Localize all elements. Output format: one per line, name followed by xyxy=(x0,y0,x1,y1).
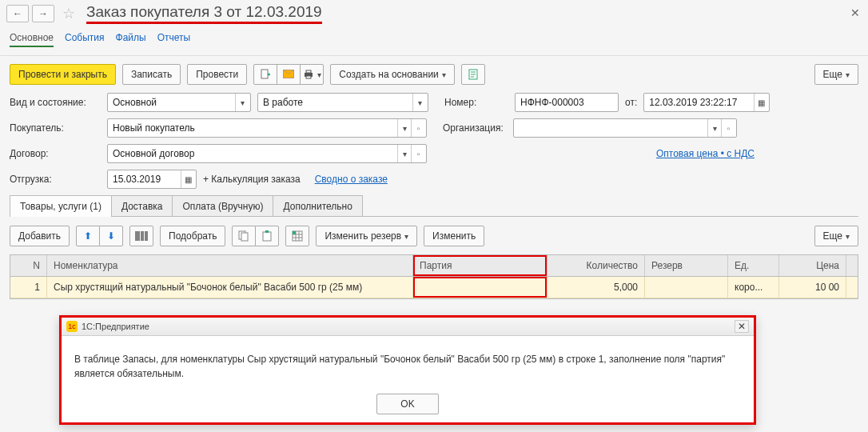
open-icon[interactable]: ▫ xyxy=(721,119,735,137)
back-button[interactable]: ← xyxy=(6,5,29,22)
price-type-link[interactable]: Оптовая цена • с НДС xyxy=(656,148,755,159)
navtab-main[interactable]: Основное xyxy=(10,32,54,47)
calc-label: + Калькуляция заказа xyxy=(203,174,301,185)
chevron-down-icon[interactable]: ▾ xyxy=(412,94,427,111)
navtab-files[interactable]: Файлы xyxy=(116,32,146,47)
navtab-reports[interactable]: Отчеты xyxy=(157,32,190,47)
open-icon[interactable]: ▫ xyxy=(411,119,425,137)
dialog-close-button[interactable]: ✕ xyxy=(735,320,749,333)
file-plus-icon xyxy=(260,69,271,80)
document-icon xyxy=(468,69,478,80)
dialog-message: В таблице Запасы, для номенклатуры Сыр х… xyxy=(62,336,754,389)
col-price[interactable]: Цена xyxy=(779,255,846,276)
table-more-label: Еще xyxy=(823,230,842,242)
post-and-close-button[interactable]: Провести и закрыть xyxy=(10,64,116,85)
date-value: 12.03.2019 23:22:17 xyxy=(649,97,751,108)
state-select[interactable]: В работе ▾ xyxy=(257,93,428,112)
contract-select[interactable]: Основной договор ▾ ▫ xyxy=(107,144,427,163)
cell-batch[interactable] xyxy=(413,277,547,298)
chevron-down-icon: ▾ xyxy=(442,70,446,79)
save-button[interactable]: Записать xyxy=(122,64,181,85)
svg-rect-9 xyxy=(265,230,269,233)
chevron-down-icon: ▾ xyxy=(404,232,408,241)
attach-file-button[interactable] xyxy=(253,64,277,85)
chevron-down-icon: ▾ xyxy=(317,70,321,79)
paste-button[interactable] xyxy=(255,226,279,246)
tab-payment[interactable]: Оплата (Вручную) xyxy=(172,195,273,217)
summary-link[interactable]: Сводно о заказе xyxy=(315,174,388,185)
cell-n[interactable]: 1 xyxy=(10,277,47,298)
dialog-ok-button[interactable]: OK xyxy=(376,394,439,414)
move-up-button[interactable]: ⬆ xyxy=(76,226,100,246)
favorite-star-icon[interactable]: ☆ xyxy=(61,6,77,22)
pick-button[interactable]: Подобрать xyxy=(160,226,225,246)
tab-goods[interactable]: Товары, услуги (1) xyxy=(10,195,112,217)
email-button[interactable] xyxy=(277,64,301,85)
barcode-button[interactable] xyxy=(129,226,153,246)
ship-date-value: 15.03.2019 xyxy=(113,174,177,185)
grid-icon xyxy=(292,230,303,242)
copy-button[interactable] xyxy=(232,226,256,246)
svg-rect-4 xyxy=(306,76,311,78)
close-icon[interactable]: ✕ xyxy=(850,6,860,19)
calendar-icon[interactable]: ▦ xyxy=(181,170,195,188)
table-row[interactable]: 1 Сыр хрустящий натуральный "Бочонок бел… xyxy=(10,277,858,298)
cell-nomenclature[interactable]: Сыр хрустящий натуральный "Бочонок белый… xyxy=(47,277,413,298)
date-field[interactable]: 12.03.2019 23:22:17 ▦ xyxy=(643,93,770,112)
col-batch[interactable]: Партия xyxy=(413,255,547,276)
state-value: В работе xyxy=(263,97,409,108)
chevron-down-icon: ▾ xyxy=(846,70,850,79)
number-value: НФНФ-000003 xyxy=(520,97,584,108)
org-select[interactable]: ▾ ▫ xyxy=(513,118,737,138)
goods-table: N Номенклатура Партия Количество Резерв … xyxy=(10,254,858,299)
ship-label: Отгрузка: xyxy=(10,174,101,185)
tab-delivery[interactable]: Доставка xyxy=(111,195,173,217)
chevron-down-icon[interactable]: ▾ xyxy=(397,119,412,137)
svg-rect-3 xyxy=(306,70,311,73)
from-label: от: xyxy=(625,97,637,108)
col-reserve[interactable]: Резерв xyxy=(645,255,728,276)
number-field[interactable]: НФНФ-000003 xyxy=(515,93,619,112)
ship-date-field[interactable]: 15.03.2019 ▦ xyxy=(107,170,197,189)
warning-dialog: 1c 1С:Предприятие ✕ В таблице Запасы, дл… xyxy=(59,315,756,425)
col-quantity[interactable]: Количество xyxy=(547,255,645,276)
change-button[interactable]: Изменить xyxy=(424,226,484,246)
cell-quantity[interactable]: 5,000 xyxy=(547,277,645,298)
cell-price[interactable]: 10 00 xyxy=(779,277,846,298)
move-down-button[interactable]: ⬇ xyxy=(99,226,123,246)
printer-icon xyxy=(303,69,314,80)
create-based-button[interactable]: Создать на основании ▾ xyxy=(330,64,455,85)
col-nomenclature[interactable]: Номенклатура xyxy=(47,255,413,276)
kind-select[interactable]: Основной ▾ xyxy=(107,93,251,112)
add-row-button[interactable]: Добавить xyxy=(10,226,70,246)
create-based-label: Создать на основании xyxy=(339,69,439,80)
tab-extra[interactable]: Дополнительно xyxy=(273,195,362,217)
contract-label: Договор: xyxy=(10,148,101,159)
calendar-icon[interactable]: ▦ xyxy=(754,94,768,111)
copy-icon xyxy=(238,230,249,242)
cell-reserve[interactable] xyxy=(645,277,728,298)
arrow-down-icon: ⬇ xyxy=(107,230,115,242)
more-button[interactable]: Еще ▾ xyxy=(814,64,858,85)
app-logo-icon: 1c xyxy=(66,321,78,332)
change-reserve-button[interactable]: Изменить резерв ▾ xyxy=(316,226,417,246)
cell-unit[interactable]: коро... xyxy=(728,277,779,298)
org-label: Организация: xyxy=(443,122,507,134)
svg-rect-11 xyxy=(293,231,296,234)
buyer-select[interactable]: Новый покупатель ▾ ▫ xyxy=(107,118,427,138)
col-unit[interactable]: Ед. xyxy=(728,255,779,276)
fill-button[interactable] xyxy=(285,226,309,246)
dialog-title: 1С:Предприятие xyxy=(82,322,149,331)
chevron-down-icon[interactable]: ▾ xyxy=(397,145,412,162)
forward-button[interactable]: → xyxy=(32,5,54,22)
open-icon[interactable]: ▫ xyxy=(411,145,425,162)
chevron-down-icon[interactable]: ▾ xyxy=(235,94,249,111)
col-n[interactable]: N xyxy=(10,255,47,276)
post-button[interactable]: Провести xyxy=(187,64,247,85)
report-button[interactable] xyxy=(461,64,485,85)
print-button[interactable]: ▾ xyxy=(300,64,324,85)
navtab-events[interactable]: События xyxy=(65,32,105,47)
svg-rect-7 xyxy=(241,233,248,241)
chevron-down-icon[interactable]: ▾ xyxy=(707,119,722,137)
table-more-button[interactable]: Еще ▾ xyxy=(814,226,858,246)
